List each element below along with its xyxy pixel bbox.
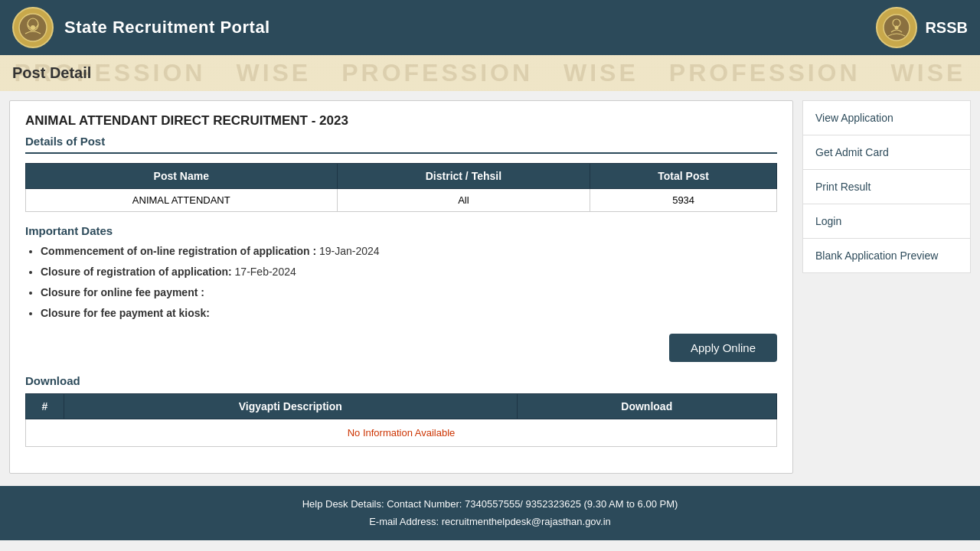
post-title: ANIMAL ATTENDANT DIRECT RECRUITMENT - 20… bbox=[25, 113, 777, 129]
sidebar-item-blank-application[interactable]: Blank Application Preview bbox=[802, 238, 971, 273]
dates-list: Commencement of on-line registration of … bbox=[41, 243, 777, 321]
svg-point-2 bbox=[31, 25, 35, 30]
divider-1 bbox=[25, 152, 777, 154]
header: State Recruitment Portal RSSB bbox=[0, 0, 980, 55]
view-application-link[interactable]: View Application bbox=[815, 112, 893, 124]
sidebar-item-print-result[interactable]: Print Result bbox=[802, 169, 971, 204]
post-details-table: Post Name District / Tehsil Total Post A… bbox=[25, 163, 777, 212]
date-label-1: Commencement of on-line registration of … bbox=[41, 245, 316, 257]
footer-email: E-mail Address: recruitmenthelpdesk@raja… bbox=[9, 513, 971, 530]
sidebar-item-get-admit-card[interactable]: Get Admit Card bbox=[802, 135, 971, 169]
download-section: Download # Vigyapti Description Download… bbox=[25, 374, 777, 447]
dl-col-download: Download bbox=[517, 394, 777, 419]
cell-total-post: 5934 bbox=[590, 189, 777, 212]
rssb-logo bbox=[876, 7, 917, 48]
sidebar-item-login[interactable]: Login bbox=[802, 204, 971, 238]
cell-district: All bbox=[337, 189, 590, 212]
date-item-1: Commencement of on-line registration of … bbox=[41, 243, 777, 259]
date-value-1: 19-Jan-2024 bbox=[319, 245, 380, 257]
date-label-4: Closure for fee payment at kiosk: bbox=[41, 307, 210, 319]
content-area: ANIMAL ATTENDANT DIRECT RECRUITMENT - 20… bbox=[9, 100, 793, 474]
col-post-name: Post Name bbox=[26, 164, 338, 189]
col-total-post: Total Post bbox=[590, 164, 777, 189]
date-item-2: Closure of registration of application: … bbox=[41, 264, 777, 280]
header-left: State Recruitment Portal bbox=[12, 7, 270, 48]
date-label-2: Closure of registration of application: bbox=[41, 266, 232, 278]
date-value-2: 17-Feb-2024 bbox=[235, 266, 296, 278]
apply-btn-container: Apply Online bbox=[25, 334, 777, 362]
apply-online-button[interactable]: Apply Online bbox=[669, 334, 777, 362]
dl-col-description: Vigyapti Description bbox=[64, 394, 518, 419]
download-title: Download bbox=[25, 374, 777, 387]
important-dates-title: Important Dates bbox=[25, 224, 777, 237]
login-link[interactable]: Login bbox=[815, 215, 841, 227]
date-item-3: Closure for online fee payment : bbox=[41, 285, 777, 301]
header-right: RSSB bbox=[876, 7, 968, 48]
header-title: State Recruitment Portal bbox=[64, 18, 270, 37]
dl-col-hash: # bbox=[26, 394, 64, 419]
col-district: District / Tehsil bbox=[337, 164, 590, 189]
print-result-link[interactable]: Print Result bbox=[815, 181, 871, 193]
no-data-message: No Information Available bbox=[26, 419, 777, 447]
sidebar: View Application Get Admit Card Print Re… bbox=[802, 100, 971, 474]
footer-helpdesk: Help Desk Details: Contact Number: 73405… bbox=[9, 495, 971, 513]
date-item-4: Closure for fee payment at kiosk: bbox=[41, 305, 777, 321]
sub-header: PROFESSIONWISEPROFESSIONWISEPROFESSIONWI… bbox=[0, 55, 980, 91]
page-title: Post Detail bbox=[12, 64, 968, 82]
table-row: ANIMAL ATTENDANT All 5934 bbox=[26, 189, 777, 212]
sidebar-item-view-application[interactable]: View Application bbox=[802, 100, 971, 135]
svg-point-5 bbox=[895, 26, 899, 30]
blank-application-link[interactable]: Blank Application Preview bbox=[815, 249, 938, 262]
date-label-3: Closure for online fee payment : bbox=[41, 286, 204, 298]
main-layout: ANIMAL ATTENDANT DIRECT RECRUITMENT - 20… bbox=[0, 91, 980, 474]
footer: Help Desk Details: Contact Number: 73405… bbox=[0, 486, 980, 540]
get-admit-card-link[interactable]: Get Admit Card bbox=[815, 146, 889, 158]
important-dates-section: Important Dates Commencement of on-line … bbox=[25, 224, 777, 321]
download-table: # Vigyapti Description Download No Infor… bbox=[25, 393, 777, 447]
rssb-label: RSSB bbox=[925, 19, 968, 37]
portal-logo bbox=[12, 7, 54, 48]
download-no-data-row: No Information Available bbox=[26, 419, 777, 447]
details-section-title: Details of Post bbox=[25, 135, 777, 148]
cell-post-name: ANIMAL ATTENDANT bbox=[26, 189, 338, 212]
